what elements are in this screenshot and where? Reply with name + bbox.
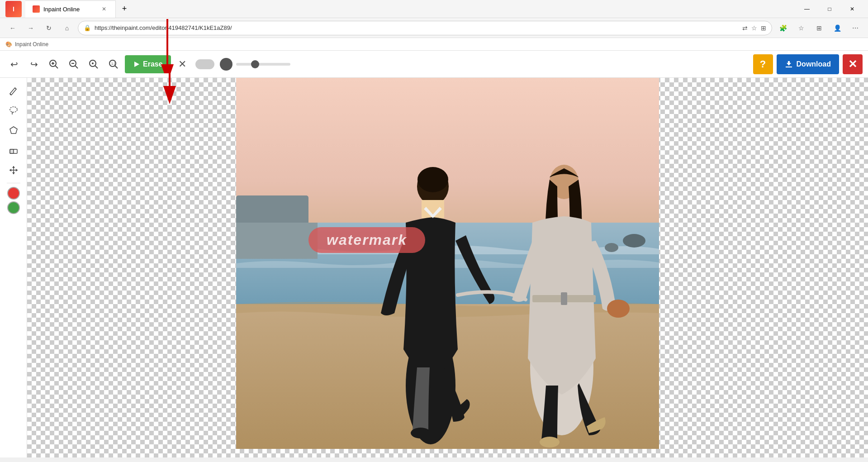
svg-marker-17	[787, 61, 791, 66]
breadcrumb: Inpaint Online	[15, 41, 48, 48]
zoom-out-button[interactable]	[65, 56, 82, 73]
svg-point-39	[417, 167, 448, 192]
close-window-button[interactable]: ✕	[842, 0, 863, 18]
polygon-tool-button[interactable]	[5, 121, 23, 139]
close-editor-button[interactable]: ✕	[843, 54, 863, 74]
svg-marker-26	[12, 166, 15, 168]
tab-title: Inpaint Online	[43, 6, 80, 13]
lock-icon: 🔒	[84, 24, 91, 31]
svg-rect-33	[236, 223, 318, 259]
refresh-button[interactable]: ↻	[42, 21, 56, 35]
toolbar-right: ? Download ✕	[753, 54, 863, 74]
sidebar-divider	[7, 183, 20, 183]
tab-close-button[interactable]: ✕	[100, 5, 108, 13]
collections-icon[interactable]: ⊞	[761, 24, 766, 32]
home-button[interactable]: ⌂	[60, 21, 74, 35]
collections-button[interactable]: ⊞	[812, 21, 826, 35]
erase-button[interactable]: Erase	[125, 55, 171, 73]
back-button[interactable]: ←	[5, 21, 20, 35]
svg-point-46	[607, 300, 630, 318]
cancel-button[interactable]: ✕	[174, 56, 191, 73]
svg-marker-21	[10, 127, 17, 133]
svg-marker-27	[12, 172, 15, 174]
svg-line-11	[115, 66, 118, 68]
move-icon	[9, 165, 19, 175]
svg-point-36	[605, 243, 618, 252]
download-label: Download	[797, 60, 831, 68]
zoom-fit-icon	[89, 59, 99, 69]
redo-button[interactable]: ↪	[25, 56, 43, 73]
breadcrumb-bar: 🎨 Inpaint Online	[0, 38, 868, 51]
svg-line-8	[95, 66, 98, 68]
tab-favicon	[33, 5, 40, 13]
address-bar-icons: ⇄ ☆ ⊞	[742, 24, 766, 32]
zoom-in-button[interactable]	[45, 56, 62, 73]
browser-controls: ← → ↻ ⌂ 🔒 https://theinpaint.com/editor/…	[0, 18, 868, 38]
watermark-overlay: watermark	[308, 227, 425, 253]
app-toolbar: ↩ ↪ 1:1 Erase	[0, 51, 868, 78]
draw-tool-button[interactable]	[5, 81, 23, 100]
brush-size-indicator	[220, 58, 232, 71]
move-tool-button[interactable]	[5, 161, 23, 179]
svg-line-5	[75, 66, 78, 68]
titlebar: I Inpaint Online ✕ + — □ ✕	[0, 0, 868, 18]
brush-toggle[interactable]	[195, 59, 214, 69]
svg-marker-29	[16, 169, 18, 171]
watermark-text: watermark	[327, 232, 407, 248]
download-icon	[785, 60, 793, 68]
eraser-tool-button[interactable]	[5, 141, 23, 159]
url-text: https://theinpaint.com/editor/419482741/…	[95, 24, 232, 31]
help-button[interactable]: ?	[753, 54, 773, 74]
canvas-image[interactable]	[236, 78, 659, 449]
svg-line-18	[15, 88, 16, 89]
svg-marker-28	[9, 169, 11, 171]
svg-text:1:1: 1:1	[111, 62, 116, 65]
canvas-area[interactable]: watermark	[27, 78, 868, 457]
undo-button[interactable]: ↩	[5, 56, 23, 73]
zoom-out-icon	[69, 59, 79, 69]
download-button[interactable]: Download	[777, 54, 839, 74]
bookmark-icon[interactable]: ☆	[751, 24, 757, 32]
favorites-button[interactable]: ☆	[794, 21, 808, 35]
app-favicon-small: 🎨	[5, 41, 12, 48]
eraser-icon	[9, 145, 19, 155]
lasso-icon	[9, 105, 19, 115]
brush-slider-thumb[interactable]	[251, 60, 259, 68]
settings-button[interactable]: ⋯	[848, 21, 863, 35]
lasso-tool-button[interactable]	[5, 101, 23, 119]
minimize-button[interactable]: —	[797, 0, 817, 18]
svg-point-41	[411, 428, 431, 438]
window-controls: — □ ✕	[797, 0, 863, 18]
svg-marker-13	[134, 62, 139, 67]
translate-icon[interactable]: ⇄	[742, 24, 748, 32]
svg-point-35	[623, 234, 645, 248]
image-container: watermark	[236, 78, 659, 451]
maximize-button[interactable]: □	[819, 0, 840, 18]
address-bar[interactable]: 🔒 https://theinpaint.com/editor/41948274…	[78, 21, 772, 35]
zoom-in-icon	[49, 59, 59, 69]
new-tab-button[interactable]: +	[116, 0, 133, 18]
forward-button[interactable]: →	[24, 21, 38, 35]
app-logo: I	[5, 1, 22, 17]
brush-size-control	[195, 58, 290, 71]
profile-button[interactable]: 👤	[830, 21, 844, 35]
polygon-icon	[9, 125, 19, 135]
svg-point-19	[10, 107, 17, 112]
main-area: watermark	[0, 78, 868, 457]
svg-line-1	[55, 66, 58, 68]
play-icon	[133, 61, 140, 68]
zoom-actual-icon: 1:1	[109, 59, 119, 69]
color-green-button[interactable]	[7, 201, 20, 214]
zoom-fit-button[interactable]	[85, 56, 102, 73]
erase-label: Erase	[143, 60, 163, 68]
svg-point-9	[92, 62, 94, 64]
extensions-button[interactable]: 🧩	[776, 21, 790, 35]
svg-rect-45	[561, 292, 567, 305]
color-red-button[interactable]	[7, 187, 20, 200]
svg-point-47	[540, 437, 560, 448]
active-tab[interactable]: Inpaint Online ✕	[25, 0, 116, 18]
zoom-actual-button[interactable]: 1:1	[105, 56, 122, 73]
brush-slider-track[interactable]	[236, 63, 290, 66]
left-sidebar	[0, 78, 27, 457]
svg-rect-16	[786, 67, 792, 67]
